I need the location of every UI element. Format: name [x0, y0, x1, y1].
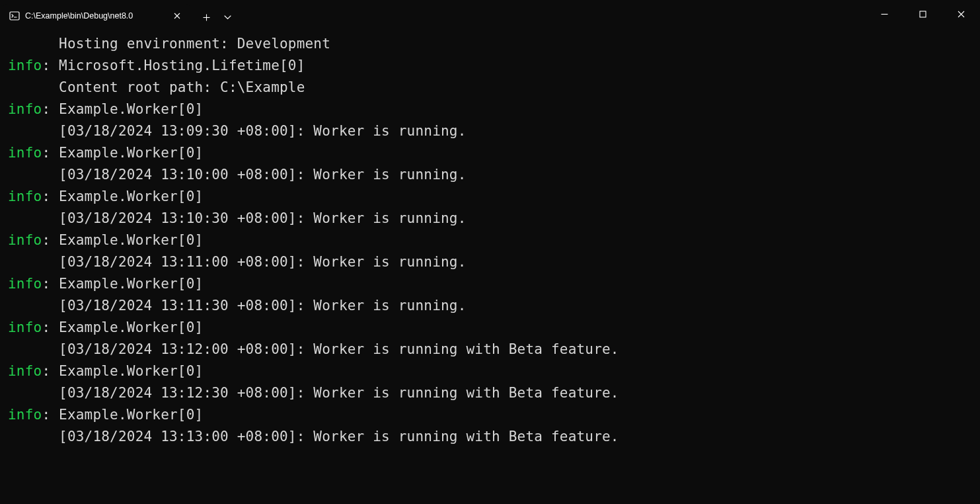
log-line: info: Example.Worker[0]: [8, 317, 972, 339]
log-header: : Example.Worker[0]: [42, 145, 203, 161]
log-header: : Example.Worker[0]: [42, 319, 203, 335]
log-line: info: Example.Worker[0]: [8, 99, 972, 120]
log-level: info: [8, 276, 42, 292]
log-level: info: [8, 319, 42, 335]
log-header: : Example.Worker[0]: [42, 276, 203, 292]
log-line: [03/18/2024 13:13:00 +08:00]: Worker is …: [8, 426, 972, 448]
terminal-output[interactable]: Hosting environment: Development info: M…: [0, 28, 980, 504]
maximize-button[interactable]: [903, 0, 942, 28]
log-header: : Example.Worker[0]: [42, 363, 203, 379]
log-level: info: [8, 363, 42, 379]
log-level: info: [8, 145, 42, 161]
log-line: info: Example.Worker[0]: [8, 360, 972, 382]
log-level: info: [8, 232, 42, 248]
new-tab-button[interactable]: [196, 7, 217, 28]
minimize-button[interactable]: [865, 0, 903, 28]
log-level: info: [8, 101, 42, 117]
titlebar: C:\Example\bin\Debug\net8.0: [0, 0, 980, 28]
log-line: info: Example.Worker[0]: [8, 273, 972, 295]
log-line: info: Example.Worker[0]: [8, 186, 972, 208]
terminal-icon: [9, 11, 20, 21]
cursor-line: [8, 448, 972, 470]
log-level: info: [8, 58, 42, 73]
log-level: info: [8, 189, 42, 204]
log-line: Hosting environment: Development: [8, 33, 972, 55]
log-line: [03/18/2024 13:11:00 +08:00]: Worker is …: [8, 251, 972, 273]
log-header: : Microsoft.Hosting.Lifetime[0]: [42, 58, 305, 73]
log-line: info: Example.Worker[0]: [8, 142, 972, 164]
window-controls: [865, 0, 980, 28]
log-level: info: [8, 407, 42, 423]
text-cursor: [8, 448, 15, 464]
log-line: [03/18/2024 13:10:30 +08:00]: Worker is …: [8, 208, 972, 230]
log-header: : Example.Worker[0]: [42, 407, 203, 423]
log-line: [03/18/2024 13:12:30 +08:00]: Worker is …: [8, 382, 972, 404]
tab-title: C:\Example\bin\Debug\net8.0: [25, 11, 165, 21]
log-header: : Example.Worker[0]: [42, 189, 203, 204]
log-line: Content root path: C:\Example: [8, 77, 972, 99]
log-line: [03/18/2024 13:10:00 +08:00]: Worker is …: [8, 164, 972, 186]
terminal-tab[interactable]: C:\Example\bin\Debug\net8.0: [3, 4, 190, 28]
log-line: info: Example.Worker[0]: [8, 404, 972, 426]
log-line: info: Microsoft.Hosting.Lifetime[0]: [8, 55, 972, 77]
tab-close-button[interactable]: [170, 9, 184, 22]
window-close-button[interactable]: [942, 0, 980, 28]
svg-rect-7: [920, 11, 926, 17]
tab-dropdown-button[interactable]: [217, 7, 238, 28]
svg-rect-0: [10, 12, 19, 20]
log-line: info: Example.Worker[0]: [8, 230, 972, 251]
log-line: [03/18/2024 13:09:30 +08:00]: Worker is …: [8, 120, 972, 142]
tab-strip: C:\Example\bin\Debug\net8.0: [3, 0, 238, 28]
log-line: [03/18/2024 13:11:30 +08:00]: Worker is …: [8, 295, 972, 317]
log-header: : Example.Worker[0]: [42, 101, 203, 117]
log-header: : Example.Worker[0]: [42, 232, 203, 248]
log-line: [03/18/2024 13:12:00 +08:00]: Worker is …: [8, 339, 972, 360]
